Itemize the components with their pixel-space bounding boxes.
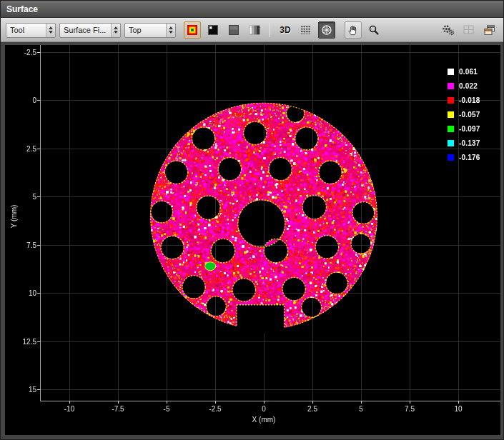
legend-item: -0.137: [448, 136, 480, 150]
plot-area: 0.061 0.022 -0.018 -0.057 -0.097: [5, 45, 500, 435]
y-axis-tick-label: 7.5: [26, 241, 36, 249]
surface-fit-dropdown[interactable]: Surface Fi...: [59, 23, 121, 38]
dropdown-stepper-icon: [166, 24, 175, 37]
y-axis-tick-label: 5: [32, 193, 36, 201]
gray-square-icon: [228, 24, 239, 36]
surface-heatmap-canvas[interactable]: [5, 45, 500, 435]
toolbar-separator: [270, 23, 270, 37]
legend-swatch: [448, 69, 454, 75]
x-axis-title: X (mm): [252, 416, 276, 424]
wheel-icon: [321, 24, 332, 36]
legend-swatch: [448, 111, 454, 118]
legend-value: -0.018: [459, 96, 480, 104]
legend-item: -0.057: [448, 107, 480, 121]
toolbar: Tool Surface Fi... Top: [1, 18, 503, 42]
plot-frame: 0.061 0.022 -0.018 -0.057 -0.097: [1, 42, 503, 440]
bw-view-button[interactable]: [204, 21, 222, 39]
y-axis-tick-label: 10: [29, 289, 36, 297]
grayscale-columns-icon: [249, 24, 260, 36]
legend-value: -0.057: [459, 111, 480, 119]
x-axis-tick-label: -2.5: [209, 405, 221, 413]
grid-table-icon: [463, 25, 475, 35]
legend-swatch: [448, 83, 454, 89]
surface-window: Surface Tool Surface Fi... Top: [0, 0, 504, 440]
x-axis-tick-label: -5: [164, 405, 170, 413]
surface-fit-dropdown-label: Surface Fi...: [60, 24, 111, 37]
tool-dropdown-label: Tool: [6, 24, 46, 37]
3d-icon: 3D: [280, 25, 290, 35]
3d-view-button[interactable]: 3D: [277, 21, 294, 39]
legend-value: -0.176: [459, 154, 480, 161]
legend-swatch: [448, 126, 454, 132]
mesh-grid-button[interactable]: [297, 21, 315, 39]
dotted-grid-icon: [301, 26, 311, 34]
view-direction-dropdown[interactable]: Top: [124, 23, 176, 38]
legend-item: -0.097: [448, 121, 480, 136]
pan-tool-button[interactable]: [345, 21, 362, 39]
window-titlebar[interactable]: Surface: [1, 1, 503, 18]
y-axis-title: Y (mm): [10, 205, 18, 229]
windows-icon: [484, 25, 495, 36]
dropdown-stepper-icon: [111, 24, 120, 37]
color-scale-legend: 0.061 0.022 -0.018 -0.057 -0.097: [448, 64, 480, 164]
x-axis-tick-label: 2.5: [307, 405, 317, 413]
hand-icon: [347, 24, 359, 36]
legend-value: 0.061: [459, 68, 478, 76]
radial-view-button[interactable]: [318, 21, 335, 39]
layout-grid-button[interactable]: [460, 21, 478, 39]
x-axis-tick-label: -7.5: [112, 405, 124, 413]
magnifier-icon: [368, 24, 380, 36]
legend-swatch: [448, 97, 454, 104]
window-title: Surface: [6, 4, 38, 14]
legend-value: -0.137: [459, 139, 480, 147]
legend-swatch: [448, 154, 454, 161]
tool-dropdown[interactable]: Tool: [6, 23, 56, 38]
x-axis-tick-label: 10: [454, 405, 462, 413]
legend-value: -0.097: [459, 125, 480, 133]
view-direction-dropdown-label: Top: [125, 24, 166, 37]
y-axis-tick-label: 15: [29, 386, 36, 394]
detach-window-button[interactable]: [481, 21, 498, 39]
black-square-icon: [207, 24, 219, 36]
x-axis-tick-label: 5: [359, 405, 363, 413]
dropdown-stepper-icon: [46, 24, 55, 37]
legend-item: -0.018: [448, 93, 480, 107]
colormap-icon: [187, 24, 198, 36]
x-axis-tick-label: 0: [262, 405, 266, 413]
y-axis-tick-label: 2.5: [26, 144, 36, 152]
x-axis-tick-label: 7.5: [405, 405, 415, 413]
x-axis-tick-label: -10: [64, 405, 74, 413]
y-axis-tick-label: 0: [32, 96, 36, 104]
gears-icon: [442, 24, 455, 36]
legend-item: -0.176: [448, 150, 480, 164]
y-axis-tick-label: -2.5: [24, 48, 36, 56]
legend-value: 0.022: [459, 82, 478, 90]
grayscale-columns-view-button[interactable]: [246, 21, 263, 39]
zoom-tool-button[interactable]: [365, 21, 382, 39]
gray-view-button[interactable]: [225, 21, 242, 39]
legend-item: 0.022: [448, 79, 480, 93]
color-view-button[interactable]: [184, 21, 201, 39]
settings-button[interactable]: [440, 21, 457, 39]
legend-item: 0.061: [448, 64, 480, 79]
legend-swatch: [448, 140, 454, 146]
y-axis-tick-label: 12.5: [23, 337, 36, 345]
